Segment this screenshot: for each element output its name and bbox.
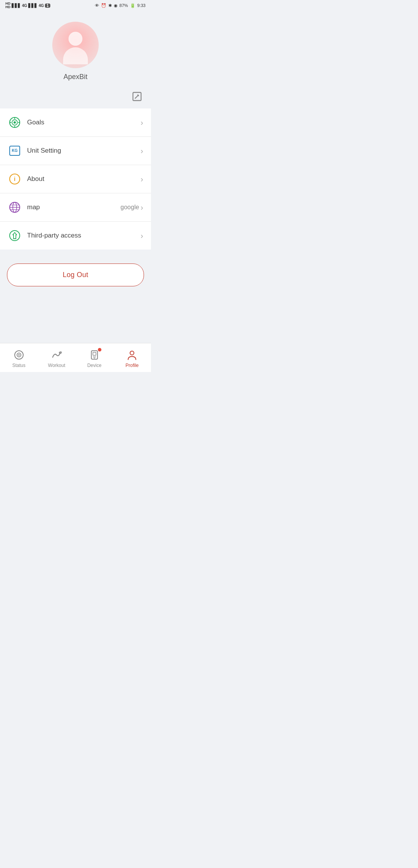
unit-setting-label: Unit Setting [27,147,140,155]
about-icon: i [8,172,22,186]
svg-point-27 [130,351,134,355]
avatar-icon [63,32,88,64]
goals-label: Goals [27,119,140,126]
logout-button[interactable]: Log Out [7,264,144,286]
menu-gap [0,250,151,256]
third-party-chevron: › [140,231,143,240]
device-nav-label: Device [87,363,101,368]
status-nav-icon [13,349,25,361]
goals-icon [8,115,22,129]
edit-button-row [0,87,151,108]
eye-icon: 👁 [95,3,99,8]
goals-chevron: › [140,118,143,127]
nav-item-status[interactable]: Status [0,347,38,370]
menu-item-map[interactable]: map google › [0,193,151,222]
status-right: 👁 ⏰ ✱ ◉ 87% 🔋 9:33 [95,3,146,8]
third-party-icon [8,229,22,243]
avatar [52,22,99,68]
network2-icons: ▋▋▋ 4G [28,3,44,8]
svg-point-21 [18,354,20,356]
status-left: HDHD ▋▋▋ 4G ▋▋▋ 4G 1 [5,2,50,9]
device-dot [98,348,101,351]
main-content: ApexBit [0,11,151,343]
avatar-head [69,32,82,46]
svg-rect-24 [93,352,96,355]
map-label: map [27,203,120,211]
hd-label: HDHD [5,2,10,9]
menu-section: Goals › KG Unit Setting › i About [0,108,151,250]
profile-nav-icon [126,349,138,361]
edit-icon [132,91,142,102]
workout-nav-label: Workout [48,363,65,368]
menu-item-about[interactable]: i About › [0,165,151,193]
nav-item-device[interactable]: Device [75,347,113,370]
username: ApexBit [63,73,87,81]
bluetooth-icon: ✱ [108,3,112,8]
svg-point-7 [14,121,16,124]
battery-level: 87% [120,3,128,8]
content-spacer [0,294,151,343]
nav-item-workout[interactable]: Workout [38,347,76,370]
avatar-body [63,47,88,64]
time-display: 9:33 [137,3,146,8]
svg-point-17 [10,231,20,241]
network-icons: ▋▋▋ 4G [12,3,27,8]
status-bar: HDHD ▋▋▋ 4G ▋▋▋ 4G 1 👁 ⏰ ✱ ◉ 87% 🔋 9:33 [0,0,151,11]
about-label: About [27,175,140,183]
about-chevron: › [140,175,143,184]
status-nav-label: Status [12,363,26,368]
map-value: google [120,204,139,211]
third-party-label: Third-party access [27,232,140,239]
menu-item-unit-setting[interactable]: KG Unit Setting › [0,137,151,165]
device-nav-icon [88,349,101,361]
menu-item-third-party[interactable]: Third-party access › [0,222,151,250]
svg-text:KG: KG [12,148,18,153]
location-icon: ◉ [114,3,118,8]
alarm-icon: ⏰ [101,3,106,8]
map-chevron: › [140,203,143,212]
profile-header: ApexBit [0,11,151,87]
svg-text:i: i [14,176,15,182]
battery-icon: 🔋 [130,3,135,8]
svg-marker-18 [13,232,17,239]
edit-profile-button[interactable] [130,90,144,105]
workout-nav-icon [50,349,63,361]
bottom-nav: Status Workout Device [0,343,151,372]
map-icon [8,200,22,214]
menu-item-goals[interactable]: Goals › [0,108,151,137]
notification-badge: 1 [45,3,50,8]
nav-item-profile[interactable]: Profile [113,347,151,370]
unit-chevron: › [140,146,143,155]
logout-section: Log Out [0,256,151,294]
profile-nav-label: Profile [125,363,139,368]
unit-icon: KG [8,144,22,158]
